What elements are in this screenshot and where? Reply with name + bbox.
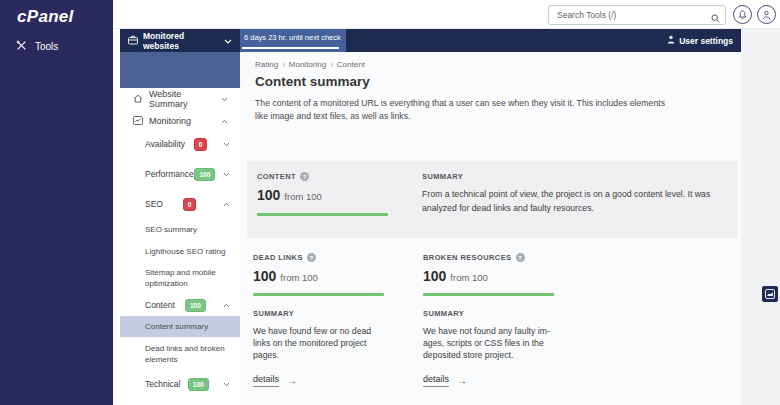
arrow-right-icon: → bbox=[287, 375, 297, 386]
sidebar-item-content[interactable]: Content 100 bbox=[120, 294, 240, 316]
sidebar-item-label: Lighthouse SEO rating bbox=[145, 246, 226, 258]
help-icon[interactable]: ? bbox=[516, 253, 525, 262]
breadcrumb: Rating › Monitoring › Content bbox=[255, 60, 365, 69]
content-summary-column: SUMMARY From a technical point of view, … bbox=[422, 172, 724, 238]
summary-label: SUMMARY bbox=[423, 309, 557, 318]
score-value: 100 bbox=[253, 268, 276, 284]
breadcrumb-item-content: Content bbox=[337, 60, 365, 69]
status-badge: 0 bbox=[183, 198, 197, 211]
score-value: 100 bbox=[257, 187, 280, 203]
summary-text: We have not found any faulty im­ages, sc… bbox=[423, 325, 557, 361]
chevron-down-icon bbox=[224, 36, 232, 46]
arrow-right-icon: → bbox=[457, 375, 467, 386]
person-icon bbox=[762, 6, 771, 24]
sidebar-top-panel bbox=[120, 52, 240, 88]
chevron-down-icon bbox=[223, 139, 230, 149]
help-icon[interactable]: ? bbox=[300, 172, 309, 181]
broken-resources-details-link[interactable]: details → bbox=[423, 374, 467, 387]
broken-resources-card: BROKEN RESOURCES ? 100 from 100 SUMMARY … bbox=[423, 253, 557, 387]
sidebar-item-seo-summary[interactable]: SEO summary bbox=[120, 222, 240, 238]
sidebar-item-content-summary[interactable]: Content summary bbox=[120, 316, 240, 337]
tools-icon bbox=[16, 40, 27, 53]
main-content: Rating › Monitoring › Content Content su… bbox=[240, 52, 741, 405]
sidebar-item-label: Content bbox=[145, 300, 175, 310]
countdown-label: 6 days 23 hr. until next check bbox=[244, 33, 341, 42]
sidebar-item-sitemap-mobile-optimization[interactable]: Sitemap and mobile optimization bbox=[120, 265, 240, 291]
user-settings-button[interactable]: User settings bbox=[667, 29, 741, 52]
page-intro-text: The content of a monitored URL is everyt… bbox=[255, 97, 669, 122]
monitoring-icon bbox=[133, 116, 143, 127]
breadcrumb-item-monitoring[interactable]: Monitoring bbox=[289, 60, 326, 69]
sidebar-item-label: SEO bbox=[145, 199, 163, 209]
score-progress-bar bbox=[423, 293, 554, 296]
chevron-down-icon bbox=[221, 94, 228, 104]
sidebar-item-monitoring[interactable]: Monitoring bbox=[120, 112, 240, 130]
breadcrumb-separator: › bbox=[282, 60, 285, 69]
status-badge: 100 bbox=[188, 378, 209, 391]
status-badge: 0 bbox=[194, 138, 208, 151]
help-icon[interactable]: ? bbox=[307, 253, 316, 262]
search-input[interactable] bbox=[548, 5, 726, 25]
details-link-label: details bbox=[423, 374, 449, 387]
breadcrumb-separator: › bbox=[330, 60, 333, 69]
site-selector-button[interactable]: Monitored websites bbox=[120, 29, 240, 52]
site-selector-label: Monitored websites bbox=[143, 31, 219, 51]
search-box bbox=[548, 4, 726, 24]
sidebar-item-performance[interactable]: Performance 100 bbox=[120, 163, 240, 185]
details-link-label: details bbox=[253, 374, 279, 387]
breadcrumb-item-rating[interactable]: Rating bbox=[255, 60, 278, 69]
sidebar-item-label: Monitoring bbox=[149, 116, 191, 126]
score-label: DEAD LINKS bbox=[253, 253, 303, 262]
status-badge: 100 bbox=[185, 299, 206, 312]
person-icon bbox=[667, 35, 675, 46]
score-denominator: from 100 bbox=[280, 272, 318, 283]
score-label: BROKEN RESOURCES bbox=[423, 253, 512, 262]
sidebar-item-lighthouse-seo-rating[interactable]: Lighthouse SEO rating bbox=[120, 244, 240, 260]
user-settings-label: User settings bbox=[679, 36, 733, 46]
score-progress-bar bbox=[257, 213, 388, 216]
top-strip bbox=[113, 0, 780, 29]
search-icon bbox=[711, 9, 720, 27]
account-button[interactable] bbox=[757, 5, 776, 24]
sidebar-item-seo[interactable]: SEO 0 bbox=[120, 193, 240, 215]
chevron-up-icon bbox=[223, 199, 230, 209]
chevron-down-icon bbox=[223, 379, 230, 389]
content-score-card: CONTENT ? 100 from 100 SUMMARY From a te… bbox=[247, 161, 738, 238]
sidebar-item-technical[interactable]: Technical 100 bbox=[120, 373, 240, 395]
rail-item-label: Tools bbox=[35, 41, 58, 52]
sidebar-item-label: Content summary bbox=[145, 321, 208, 333]
chart-icon bbox=[765, 285, 775, 303]
rail-item-tools[interactable]: Tools bbox=[16, 40, 58, 53]
sidebar-item-availability[interactable]: Availability 0 bbox=[120, 133, 240, 155]
sidebar-item-label: Performance bbox=[145, 169, 194, 179]
summary-text: We have found few or no dead links on th… bbox=[253, 325, 387, 361]
summary-text: From a technical point of view, the proj… bbox=[422, 187, 724, 215]
chevron-up-icon bbox=[221, 116, 228, 126]
cpanel-logo: cPanel bbox=[17, 7, 74, 27]
sidebar-item-label: Availability bbox=[145, 139, 185, 149]
summary-label: SUMMARY bbox=[253, 309, 387, 318]
next-check-countdown-badge: 6 days 23 hr. until next check bbox=[240, 29, 346, 52]
app-toolbar: Monitored websites 6 days 23 hr. until n… bbox=[120, 29, 741, 52]
score-denominator: from 100 bbox=[284, 191, 322, 202]
notifications-button[interactable] bbox=[733, 5, 752, 24]
sidebar-item-dead-links-broken-elements[interactable]: Dead links and broken elements bbox=[120, 341, 240, 367]
content-score-column: CONTENT ? 100 from 100 bbox=[257, 172, 422, 238]
dead-links-details-link[interactable]: details → bbox=[253, 374, 297, 387]
chevron-up-icon bbox=[223, 300, 230, 310]
feedback-chart-button[interactable] bbox=[762, 286, 778, 302]
dead-links-card: DEAD LINKS ? 100 from 100 SUMMARY We hav… bbox=[253, 253, 387, 387]
score-progress-bar bbox=[253, 293, 384, 296]
page-title: Content summary bbox=[255, 74, 370, 89]
sidebar-item-label: Website Summary bbox=[149, 89, 215, 109]
sidebar-item-label: Dead links and broken elements bbox=[145, 343, 230, 366]
chevron-down-icon bbox=[223, 169, 230, 179]
score-label: CONTENT bbox=[257, 172, 296, 181]
left-rail: cPanel Tools bbox=[0, 0, 113, 405]
score-denominator: from 100 bbox=[450, 272, 488, 283]
sidebar-item-label: SEO summary bbox=[145, 224, 197, 236]
briefcase-icon bbox=[128, 35, 138, 47]
sidebar-item-website-summary[interactable]: Website Summary bbox=[120, 90, 240, 108]
sidebar-nav: Website Summary Monitoring Availability … bbox=[120, 88, 240, 405]
sidebar-item-label: Technical bbox=[145, 379, 180, 389]
